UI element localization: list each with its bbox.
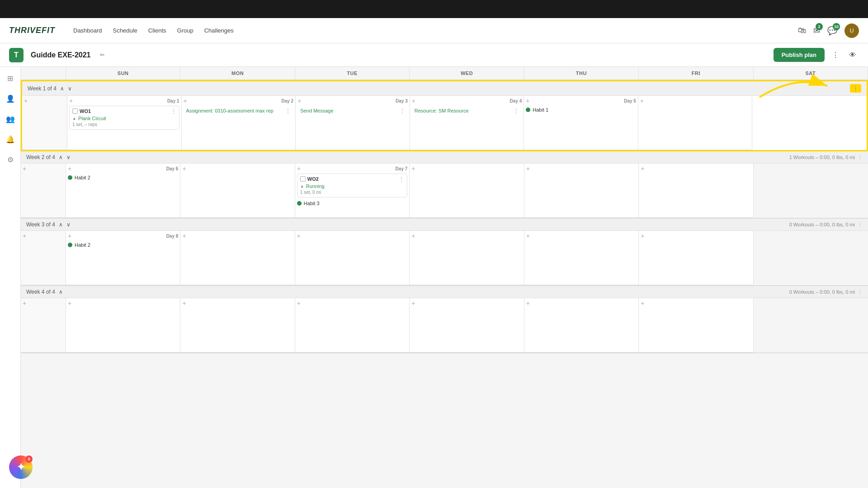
week-1-cell-fri: + Day 5 Habit 1 <box>524 96 638 150</box>
nav-clients[interactable]: Clients <box>148 27 166 34</box>
week-4-collapse-btn[interactable]: ∧ <box>59 289 63 295</box>
week-1-assignment-card[interactable]: Assignment: 0310-assessment max rep ⋮ <box>184 106 294 116</box>
week-2-habit3-card: Habit 3 <box>297 199 407 207</box>
wo2-checkbox[interactable] <box>300 176 306 182</box>
nav-schedule[interactable]: Schedule <box>113 27 137 34</box>
exercise-detail: 1 set, – reps <box>72 122 97 127</box>
sidebar-bell-icon[interactable]: 🔔 <box>4 133 17 145</box>
week-2-wed-add[interactable]: + <box>297 165 301 172</box>
week-4-section: Week 4 of 4 ∧ 0 Workouts – 0:00, 0 lbs, … <box>21 286 868 353</box>
week-3-tue-add[interactable]: + <box>182 233 186 239</box>
publish-plan-button[interactable]: Publish plan <box>774 48 825 62</box>
assignment-menu[interactable]: ⋮ <box>285 108 291 114</box>
nav-right: 🛍 ✉ 2 💬 10 U <box>798 23 859 38</box>
preview-button[interactable]: 👁 <box>846 48 859 62</box>
week-1-tue-day: Day 2 <box>281 99 293 103</box>
week-1-fri-day: Day 5 <box>624 99 636 103</box>
week-3-mon-add[interactable]: + <box>68 233 71 239</box>
wo1-name: WO1 <box>80 108 169 114</box>
week-1-fri-add[interactable]: + <box>526 98 529 104</box>
week-1-dots-btn[interactable]: ⋮ <box>850 84 861 93</box>
week-2-cell-thu: + <box>410 164 524 218</box>
week-2-thu-add[interactable]: + <box>411 165 415 172</box>
week-2-fri-add[interactable]: + <box>526 165 530 172</box>
week-1-message-card[interactable]: Send Message ⋮ <box>297 106 408 116</box>
habit3-dot <box>297 201 302 206</box>
bottom-app-icon[interactable]: ✦ 9 <box>9 455 33 479</box>
week-1-thu-day: Day 4 <box>510 99 522 103</box>
week-4-cell-wed: + <box>295 298 410 352</box>
week-4-fri-add[interactable]: + <box>526 300 530 306</box>
nav-dashboard[interactable]: Dashboard <box>73 27 102 34</box>
week-1-wed-add[interactable]: + <box>297 98 301 104</box>
week-4-mon-add[interactable]: + <box>68 300 71 306</box>
week-3-collapse-btn[interactable]: ∧ <box>59 221 63 228</box>
wo1-menu[interactable]: ⋮ <box>171 108 176 114</box>
sidebar-person-icon[interactable]: 👤 <box>4 93 17 105</box>
week-4-wed-add[interactable]: + <box>297 300 301 306</box>
week-1-expand-button[interactable]: ∨ <box>68 85 72 92</box>
week-4-summary: 0 Workouts – 0:00, 0 lbs, 0 mi ⋮ <box>789 289 863 295</box>
sidebar-group-icon[interactable]: 👥 <box>4 113 17 125</box>
week-3-thu-add[interactable]: + <box>411 233 415 239</box>
more-options-button[interactable]: ⋮ <box>829 48 842 62</box>
nav-links: Dashboard Schedule Clients Group Challen… <box>73 27 234 34</box>
message-text: Send Message <box>300 108 333 113</box>
week-4-header: Week 4 of 4 ∧ 0 Workouts – 0:00, 0 lbs, … <box>21 286 868 298</box>
week-1-mon-day: Day 1 <box>167 99 179 103</box>
week-4-sat-add[interactable]: + <box>641 300 644 306</box>
week-4-cell-thu: + <box>410 298 524 352</box>
week-2-collapse-btn[interactable]: ∧ <box>59 154 63 160</box>
week-2-sun-add[interactable]: + <box>23 165 26 172</box>
wo2-exercise-icon: ▲ <box>300 184 304 188</box>
message-menu[interactable]: ⋮ <box>400 108 405 114</box>
week-2-summary-text: 1 Workouts – 0:00, 0 lbs, 0 mi <box>789 155 855 160</box>
week-1-mon-add[interactable]: + <box>69 98 73 104</box>
resource-menu[interactable]: ⋮ <box>514 108 519 114</box>
week-4-sun-add[interactable]: + <box>23 300 26 306</box>
day-header-thu: THU <box>524 67 639 80</box>
sidebar-settings-icon[interactable]: ⚙ <box>5 154 15 166</box>
week-4-dots-btn[interactable]: ⋮ <box>858 289 863 295</box>
week-2-sat-add[interactable]: + <box>641 165 644 172</box>
week-2-wo2-card: WO2 ⋮ ▲ Running 1 set, 0 mi <box>297 174 407 197</box>
day-headers: SUN MON TUE WED THU FRI SAT <box>21 67 868 80</box>
bottom-app-badge: 9 <box>25 455 33 463</box>
week-1-tue-add[interactable]: + <box>184 98 187 104</box>
week-3-sun-add[interactable]: + <box>23 233 26 239</box>
day-header-wed: WED <box>410 67 524 80</box>
week-1-collapse-button[interactable]: ∧ <box>60 85 64 92</box>
week-3-fri-add[interactable]: + <box>526 233 530 239</box>
week-1-header: Week 1 of 4 ∧ ∨ ⋮ <box>22 81 867 96</box>
week-3-expand-btn[interactable]: ∨ <box>66 221 71 228</box>
week-2-expand-btn[interactable]: ∨ <box>66 154 71 160</box>
user-avatar[interactable]: U <box>844 23 859 38</box>
week-3-cell-wed: + <box>295 231 410 285</box>
week-2-mon-add[interactable]: + <box>68 165 71 172</box>
mail-button[interactable]: ✉ 2 <box>813 26 820 36</box>
week-2-dots-btn[interactable]: ⋮ <box>858 155 863 160</box>
week-4-tue-add[interactable]: + <box>182 300 186 306</box>
week-2-label: Week 2 of 4 <box>26 154 55 160</box>
week-1-thu-add[interactable]: + <box>412 98 415 104</box>
week-1-sun-add[interactable]: + <box>24 98 28 104</box>
nav-group[interactable]: Group <box>177 27 193 34</box>
wo1-checkbox[interactable] <box>72 108 78 114</box>
week-1-resource-card[interactable]: Resource: SM Resource ⋮ <box>412 106 522 116</box>
cart-button[interactable]: 🛍 <box>798 26 806 35</box>
wo2-menu[interactable]: ⋮ <box>399 176 404 182</box>
sidebar-home-icon[interactable]: ⊞ <box>5 72 15 84</box>
week-4-thu-add[interactable]: + <box>411 300 415 306</box>
week-3-sat-add[interactable]: + <box>641 233 644 239</box>
nav-challenges[interactable]: Challenges <box>204 27 234 34</box>
edit-title-icon[interactable]: ✏ <box>100 52 105 58</box>
week-3-dots-btn[interactable]: ⋮ <box>858 222 863 228</box>
week-2-header: Week 2 of 4 ∧ ∨ 1 Workouts – 0:00, 0 lbs… <box>21 151 868 164</box>
week-3-wed-add[interactable]: + <box>297 233 301 239</box>
week-3-cell-thu: + <box>410 231 524 285</box>
week-2-tue-add[interactable]: + <box>182 165 186 172</box>
week-3-cell-mon: + Day 8 Habit 2 <box>66 231 180 285</box>
sub-header: T Guidde EXE-2021 ✏ Publish plan ⋮ 👁 <box>0 43 868 67</box>
chat-button[interactable]: 💬 10 <box>827 26 837 36</box>
week-1-sat-add[interactable]: + <box>640 98 644 104</box>
